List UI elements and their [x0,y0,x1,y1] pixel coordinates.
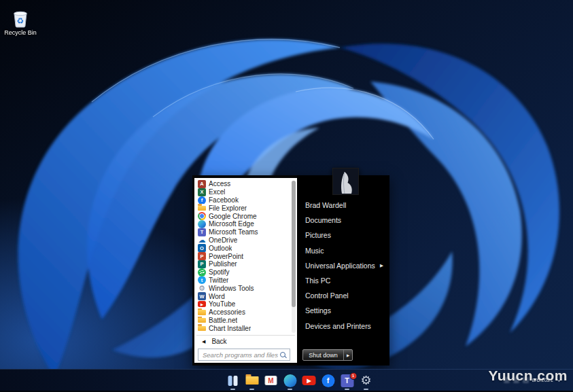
start-menu-app-outlook[interactable]: OOutlook [194,244,290,252]
settings-icon: ⚙ [360,374,372,387]
start-menu-app-chart-installer[interactable]: Chart Installer [194,324,290,332]
start-menu-app-panel: AAccessXExcelfFacebookFile ExplorerGoogl… [194,178,297,363]
start-menu: AAccessXExcelfFacebookFile ExplorerGoogl… [192,175,389,366]
start-menu-app-excel[interactable]: XExcel [194,188,290,196]
menu-item-label: This PC [305,277,330,285]
taskbar-widgets-button[interactable] [224,370,241,391]
app-label: PowerPoint [209,253,243,260]
facebook-icon: f [198,196,206,204]
start-menu-item-music[interactable]: Music [297,243,389,258]
start-menu-app-microsoft-teams[interactable]: TMicrosoft Teams [194,228,290,236]
start-menu-app-battle-net[interactable]: Battle.net [194,317,290,325]
back-button[interactable]: ◀ Back [194,336,297,346]
edge-icon [198,220,206,228]
start-menu-app-word[interactable]: WWord [194,292,290,300]
spotify-icon [198,268,206,277]
youtube-icon: ▶ [302,376,316,385]
facebook-icon: f [322,374,334,387]
teams-icon: T1 [341,374,353,387]
start-menu-item-universal-applications[interactable]: Universal Applications▶ [297,258,389,273]
start-menu-app-windows-tools[interactable]: ⚙Windows Tools [194,284,290,292]
scrollbar-thumb[interactable] [292,181,296,307]
app-label: Excel [209,188,225,196]
menu-item-label: Pictures [305,231,331,239]
start-menu-item-control-panel[interactable]: Control Panel [297,288,389,303]
powerpoint-icon: P [198,252,206,260]
taskbar-teams-button[interactable]: T1 [338,370,355,391]
user-avatar[interactable] [332,168,359,195]
desktop: ♻ Recycle Bin AAccessXExcelfFacebookFile… [0,0,573,392]
start-menu-app-publisher[interactable]: PPublisher [194,260,290,268]
app-label: Access [209,180,230,188]
start-menu-app-facebook[interactable]: fFacebook [194,196,290,204]
taskbar-mail-button[interactable]: M [262,370,279,391]
app-label: Google Chrome [209,213,257,220]
mail-icon: M [265,376,277,385]
taskbar: M▶fT1⚙ 8/6/2021 [0,369,573,392]
recycle-bin-icon: ♻ [10,7,31,29]
recycle-bin[interactable]: ♻ Recycle Bin [3,7,38,36]
app-label: Facebook [209,196,239,204]
svg-text:♻: ♻ [17,16,24,26]
menu-item-label: Documents [305,216,341,224]
search-box[interactable] [198,349,290,361]
taskbar-settings-button[interactable]: ⚙ [358,370,375,391]
start-menu-app-access[interactable]: AAccess [194,180,290,188]
app-label: Microsoft Edge [209,220,254,228]
user-name[interactable]: Brad Wardell [297,198,389,213]
access-icon: A [198,180,206,188]
folder-icon [198,308,206,317]
outlook-icon: O [198,244,206,252]
start-menu-app-spotify[interactable]: Spotify [194,268,290,277]
start-menu-app-onedrive[interactable]: ☁OneDrive [194,236,290,245]
start-menu-app-google-chrome[interactable]: Google Chrome [194,212,290,220]
start-menu-app-twitter[interactable]: tTwitter [194,277,290,285]
running-indicator [345,389,349,390]
taskbar-file-explorer-button[interactable] [243,370,260,391]
excel-icon: X [198,188,206,196]
word-icon: W [198,292,206,300]
shutdown-button[interactable]: Shut down ▶ [302,349,353,361]
start-menu-app-microsoft-edge[interactable]: Microsoft Edge [194,220,290,228]
start-menu-item-this-pc[interactable]: This PC [297,273,389,288]
widgets-icon [226,374,239,387]
submenu-arrow-icon: ▶ [380,263,383,268]
search-input[interactable] [201,351,280,359]
taskbar-start-button[interactable] [205,370,222,391]
app-label: Chart Installer [209,325,251,332]
app-list-scrollbar[interactable] [292,181,296,333]
app-label: Windows Tools [209,285,254,292]
start-menu-right-panel: Brad WardellDocumentsPicturesMusicUniver… [297,175,389,366]
back-label: Back [211,338,226,345]
shutdown-options-arrow[interactable]: ▶ [344,353,352,357]
start-menu-item-settings[interactable]: Settings [297,303,389,318]
taskbar-edge-button[interactable] [281,370,298,391]
start-icon [207,374,220,387]
start-menu-app-powerpoint[interactable]: PPowerPoint [194,252,290,260]
watermark: Yuucn.com [488,368,568,384]
menu-item-label: Music [305,247,324,255]
app-label: Spotify [209,268,230,276]
app-label: Microsoft Teams [209,228,258,236]
start-menu-app-youtube[interactable]: ▶YouTube [194,300,290,308]
start-menu-item-documents[interactable]: Documents [297,213,389,228]
menu-item-label: Universal Applications [305,262,375,270]
running-indicator [249,389,254,390]
app-label: Outlook [209,245,232,252]
start-menu-item-devices-and-printers[interactable]: Devices and Printers [297,319,389,334]
app-label: Battle.net [209,317,237,324]
taskbar-youtube-button[interactable]: ▶ [300,370,317,391]
windows-tools-icon: ⚙ [198,284,206,292]
start-menu-app-accessories[interactable]: Accessories [194,308,290,317]
app-label: Publisher [209,260,237,268]
start-menu-item-pictures[interactable]: Pictures [297,228,389,243]
app-label: Word [209,293,225,300]
recycle-bin-label: Recycle Bin [4,29,37,36]
app-label: Accessories [209,308,245,316]
start-menu-app-file-explorer[interactable]: File Explorer [194,204,290,212]
file-explorer-icon [198,204,206,212]
file-explorer-icon [245,374,258,387]
twitter-icon: t [198,277,206,285]
notification-badge: 1 [349,372,357,380]
taskbar-facebook-button[interactable]: f [319,370,336,391]
